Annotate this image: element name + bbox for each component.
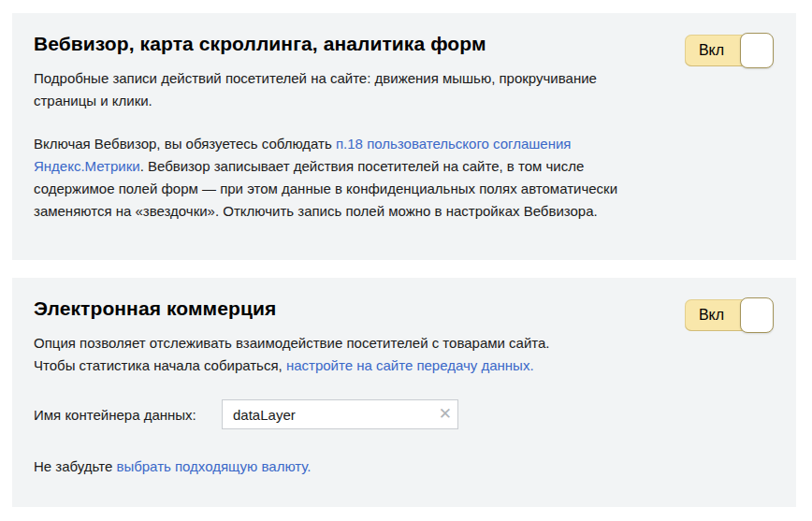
ecommerce-description: Опция позволяет отслеживать взаимодейств… — [34, 332, 618, 355]
currency-note: Не забудьте выбрать подходящую валюту. — [34, 456, 618, 478]
webvisor-toggle-label: Вкл — [685, 42, 738, 59]
clear-input-icon[interactable]: ✕ — [439, 406, 452, 422]
webvisor-agreement-paragraph: Включая Вебвизор, вы обязуетесь соблюдат… — [34, 133, 618, 223]
settings-page: Вебвизор, карта скроллинга, аналитика фо… — [0, 0, 812, 507]
ecommerce-setup-line: Чтобы статистика начала собираться, наст… — [34, 355, 618, 377]
webvisor-card: Вебвизор, карта скроллинга, аналитика фо… — [12, 13, 796, 260]
ecommerce-toggle[interactable]: Вкл — [685, 299, 772, 331]
ecommerce-card-title: Электронная коммерция — [34, 297, 774, 320]
webvisor-toggle[interactable]: Вкл — [685, 35, 772, 66]
agreement-text-before: Включая Вебвизор, вы обязуетесь соблюдат… — [34, 136, 336, 152]
container-name-input[interactable] — [222, 399, 458, 429]
container-name-input-wrap: ✕ — [222, 399, 458, 429]
webvisor-description: Подробные записи действий посетителей на… — [34, 67, 618, 112]
setup-text-before: Чтобы статистика начала собираться, — [34, 357, 286, 373]
webvisor-card-title: Вебвизор, карта скроллинга, аналитика фо… — [34, 33, 774, 55]
toggle-knob — [740, 297, 774, 333]
currency-text-before: Не забудьте — [34, 458, 116, 474]
choose-currency-link[interactable]: выбрать подходящую валюту. — [116, 458, 311, 474]
ecommerce-toggle-label: Вкл — [685, 307, 738, 324]
toggle-knob — [740, 33, 774, 68]
container-name-label: Имя контейнера данных: — [34, 407, 222, 423]
ecommerce-card: Электронная коммерция Вкл Опция позволяе… — [12, 278, 796, 507]
setup-data-transfer-link[interactable]: настройте на сайте передачу данных. — [286, 357, 534, 373]
container-name-row: Имя контейнера данных: ✕ — [34, 399, 774, 429]
